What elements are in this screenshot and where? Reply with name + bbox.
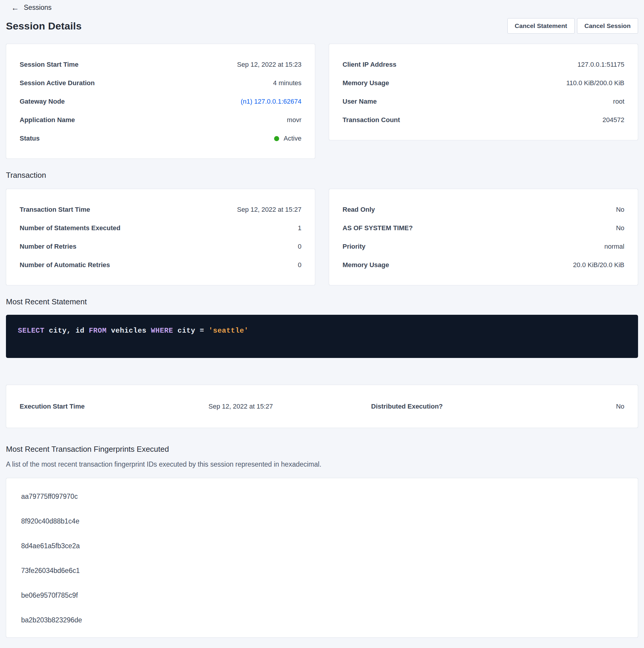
sql-statement-text: SELECT city, id FROM vehicles WHERE city… — [18, 327, 626, 335]
fingerprint-item: aa79775ff097970c — [21, 484, 623, 509]
fingerprint-item: ba2b203b823296de — [21, 608, 623, 633]
status-row: Status Active — [20, 129, 301, 148]
breadcrumb-back-sessions[interactable]: ← Sessions — [11, 2, 52, 13]
transaction-section-heading: Transaction — [6, 171, 638, 180]
row-label: Read Only — [343, 206, 375, 214]
gateway-node-row: Gateway Node (n1) 127.0.0.1:62674 — [20, 92, 301, 111]
fingerprint-item: be06e9570f785c9f — [21, 583, 623, 608]
session-active-duration-row: Session Active Duration 4 minutes — [20, 74, 301, 92]
row-label: Gateway Node — [20, 98, 65, 105]
execution-details-card: Execution Start Time Sep 12, 2022 at 15:… — [6, 385, 638, 428]
distributed-execution-cell: Distributed Execution? No — [324, 402, 624, 410]
sql-predicate: city = — [173, 327, 209, 335]
session-start-time-row: Session Start Time Sep 12, 2022 at 15:23 — [20, 55, 301, 74]
row-value: 0 — [298, 261, 301, 269]
priority-row: Priority normal — [343, 237, 624, 256]
transaction-count-row: Transaction Count 204572 — [343, 111, 624, 129]
row-label: Memory Usage — [343, 261, 389, 269]
row-value: Sep 12, 2022 at 15:27 — [237, 206, 301, 214]
sql-statement-box: SELECT city, id FROM vehicles WHERE city… — [6, 315, 638, 358]
row-value: 110.0 KiB/200.0 KiB — [566, 79, 624, 87]
row-value: root — [613, 98, 624, 105]
statements-executed-row: Number of Statements Executed 1 — [20, 219, 301, 237]
row-label: Transaction Start Time — [20, 206, 90, 214]
fingerprints-description: A list of the most recent transaction fi… — [6, 461, 638, 469]
breadcrumb-label: Sessions — [24, 4, 52, 12]
transaction-right-card: Read Only No AS OF SYSTEM TIME? No Prior… — [329, 189, 638, 285]
row-label: Application Name — [20, 116, 75, 124]
arrow-left-icon: ← — [11, 4, 19, 12]
row-label: Priority — [343, 243, 365, 251]
row-value: 20.0 KiB/20.0 KiB — [573, 261, 624, 269]
row-label: Client IP Address — [343, 61, 396, 68]
row-value: No — [616, 224, 624, 232]
status-value: Active — [284, 134, 301, 142]
row-label: Number of Retries — [20, 243, 76, 251]
row-label: AS OF SYSTEM TIME? — [343, 224, 413, 232]
sql-string-literal: 'seattle' — [209, 327, 248, 335]
row-value: No — [616, 402, 624, 410]
row-label: Distributed Execution? — [371, 402, 443, 410]
row-value: No — [616, 206, 624, 214]
row-label: User Name — [343, 98, 377, 105]
row-value: 1 — [298, 224, 301, 232]
as-of-system-time-row: AS OF SYSTEM TIME? No — [343, 219, 624, 237]
row-value: 204572 — [603, 116, 624, 124]
statement-section-heading: Most Recent Statement — [6, 297, 638, 307]
row-value: 0 — [298, 243, 301, 251]
row-value: Sep 12, 2022 at 15:27 — [208, 402, 273, 410]
row-label: Execution Start Time — [20, 402, 84, 410]
memory-usage-row: Memory Usage 110.0 KiB/200.0 KiB — [343, 74, 624, 92]
sql-table: vehicles — [107, 327, 151, 335]
row-label: Status — [20, 134, 40, 142]
status-badge: Active — [274, 134, 301, 142]
fingerprint-item: 73fe26034bd6e6c1 — [21, 558, 623, 583]
sql-keyword-from: FROM — [89, 327, 107, 335]
fingerprint-item: 8f920c40d88b1c4e — [21, 509, 623, 534]
row-value: 4 minutes — [273, 79, 301, 87]
header-actions: Cancel Statement Cancel Session — [508, 18, 638, 34]
transaction-grid: Transaction Start Time Sep 12, 2022 at 1… — [6, 189, 638, 285]
row-label: Number of Statements Executed — [20, 224, 121, 232]
session-summary-grid: Session Start Time Sep 12, 2022 at 15:23… — [6, 44, 638, 159]
client-ip-row: Client IP Address 127.0.0.1:51175 — [343, 55, 624, 74]
row-label: Session Active Duration — [20, 79, 95, 87]
gateway-node-link[interactable]: (n1) 127.0.0.1:62674 — [241, 98, 301, 105]
transaction-left-card: Transaction Start Time Sep 12, 2022 at 1… — [6, 189, 315, 285]
transaction-memory-usage-row: Memory Usage 20.0 KiB/20.0 KiB — [343, 256, 624, 274]
sql-keyword-where: WHERE — [151, 327, 173, 335]
cancel-statement-button[interactable]: Cancel Statement — [508, 18, 575, 34]
transaction-start-time-row: Transaction Start Time Sep 12, 2022 at 1… — [20, 201, 301, 219]
row-label: Transaction Count — [343, 116, 400, 124]
page-header: Session Details Cancel Statement Cancel … — [6, 18, 638, 34]
row-label: Number of Automatic Retries — [20, 261, 110, 269]
read-only-row: Read Only No — [343, 201, 624, 219]
row-label: Session Start Time — [20, 61, 78, 68]
execution-start-time-cell: Execution Start Time Sep 12, 2022 at 15:… — [20, 402, 324, 410]
user-name-row: User Name root — [343, 92, 624, 111]
session-left-card: Session Start Time Sep 12, 2022 at 15:23… — [6, 44, 315, 159]
status-active-dot-icon — [274, 136, 279, 141]
row-value: normal — [604, 243, 624, 251]
retries-row: Number of Retries 0 — [20, 237, 301, 256]
sql-keyword-select: SELECT — [18, 327, 44, 335]
application-name-row: Application Name movr — [20, 111, 301, 129]
row-value: movr — [287, 116, 301, 124]
session-details-page: ← Sessions Session Details Cancel Statem… — [0, 0, 644, 645]
fingerprints-card: aa79775ff097970c 8f920c40d88b1c4e 8d4ae6… — [6, 478, 638, 638]
automatic-retries-row: Number of Automatic Retries 0 — [20, 256, 301, 274]
session-right-card: Client IP Address 127.0.0.1:51175 Memory… — [329, 44, 638, 140]
fingerprints-section-heading: Most Recent Transaction Fingerprints Exe… — [6, 445, 638, 454]
row-value: 127.0.0.1:51175 — [578, 61, 624, 68]
fingerprint-item: 8d4ae61a5fb3ce2a — [21, 534, 623, 558]
row-label: Memory Usage — [343, 79, 389, 87]
sql-columns: city, id — [44, 327, 89, 335]
page-title: Session Details — [6, 20, 81, 32]
cancel-session-button[interactable]: Cancel Session — [577, 18, 638, 34]
row-value: Sep 12, 2022 at 15:23 — [237, 61, 301, 68]
